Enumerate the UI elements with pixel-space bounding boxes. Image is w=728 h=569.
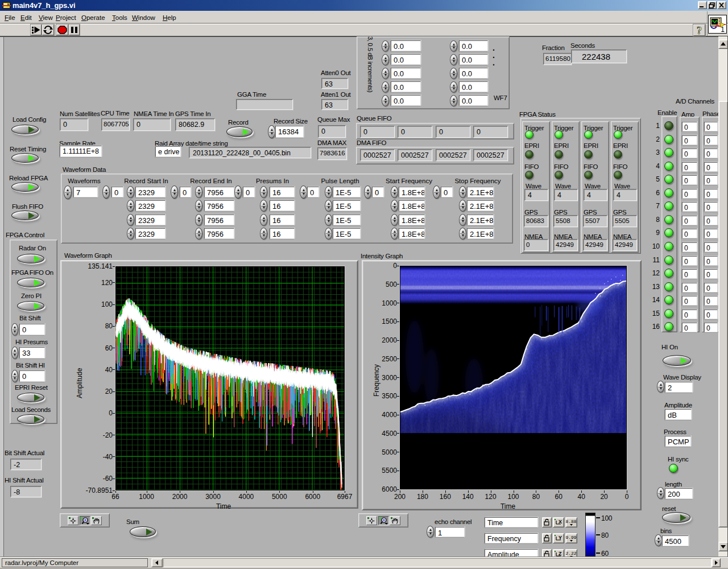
svg-text:Y: Y — [559, 535, 562, 541]
svg-text:X: X — [559, 519, 562, 525]
svg-text:2.22: 2.22 — [565, 551, 576, 556]
svg-text:1: 1 — [721, 26, 725, 34]
svg-text:9.99: 9.99 — [565, 535, 576, 540]
svg-text:Z: Z — [559, 551, 562, 556]
svg-text:?: ? — [697, 25, 702, 36]
svg-text:8.88: 8.88 — [565, 519, 576, 524]
